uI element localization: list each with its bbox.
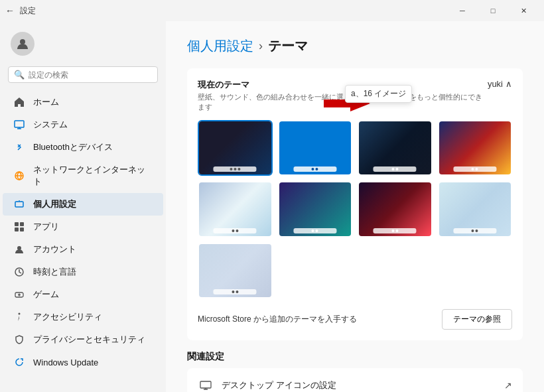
nav-label-network: ネットワークとインターネット xyxy=(33,164,153,188)
theme-item-1[interactable] xyxy=(198,120,273,176)
svg-rect-7 xyxy=(20,228,24,231)
titlebar-title: 設定 xyxy=(20,5,36,17)
theme-item-3[interactable] xyxy=(358,120,433,176)
store-text: Microsoft Store から追加のテーマを入手する xyxy=(198,314,357,325)
nav-label-accounts: アカウント xyxy=(33,243,76,255)
bluetooth-icon xyxy=(13,141,25,153)
time-icon xyxy=(13,266,25,278)
nav-label-gaming: ゲーム xyxy=(33,289,59,300)
theme-grid xyxy=(198,120,512,298)
nav-label-update: Windows Update xyxy=(33,358,98,367)
sidebar-item-accessibility[interactable]: アクセシビリティ xyxy=(3,306,163,328)
svg-rect-5 xyxy=(20,222,24,226)
page-title: 個人用設定 › テーマ xyxy=(187,37,523,55)
sidebar-item-gaming[interactable]: ゲーム xyxy=(3,283,163,306)
search-icon: 🔍 xyxy=(14,70,25,80)
nav-label-privacy: プライバシーとセキュリティ xyxy=(33,334,145,346)
theme-item-6[interactable] xyxy=(278,181,353,237)
nav-label-system: システム xyxy=(33,119,68,131)
browse-themes-button[interactable]: テーマの参照 xyxy=(442,309,512,330)
theme-item-8[interactable] xyxy=(438,181,513,237)
app-layout: 🔍 ホーム システム Bluetoothとデバイス ネットワークとイン xyxy=(0,21,544,392)
svg-point-11 xyxy=(19,313,21,315)
username-label: yuki xyxy=(488,79,503,89)
avatar-area xyxy=(0,27,166,66)
svg-rect-4 xyxy=(15,222,19,226)
theme-tooltip: a、16 イメージ xyxy=(345,85,412,103)
svg-rect-13 xyxy=(200,381,211,388)
theme-item-9[interactable] xyxy=(198,243,273,298)
nav-label-home: ホーム xyxy=(33,96,59,108)
related-title: 関連設定 xyxy=(187,351,523,363)
svg-rect-1 xyxy=(15,121,24,127)
svg-rect-3 xyxy=(15,202,23,207)
sidebar-item-network[interactable]: ネットワークとインターネット xyxy=(3,159,163,193)
privacy-icon xyxy=(13,334,25,346)
sidebar-item-bluetooth[interactable]: Bluetoothとデバイス xyxy=(3,136,163,159)
personalize-icon xyxy=(13,198,25,210)
sidebar-item-apps[interactable]: アプリ xyxy=(3,216,163,238)
theme-item-7[interactable] xyxy=(358,181,433,237)
store-row: Microsoft Store から追加のテーマを入手する テーマの参照 xyxy=(198,309,512,330)
update-icon xyxy=(13,356,25,368)
gaming-icon xyxy=(13,289,25,300)
username-toggle[interactable]: yuki ∧ xyxy=(488,79,512,89)
titlebar-controls: ─ □ ✕ xyxy=(447,0,539,21)
sidebar-item-accounts[interactable]: アカウント xyxy=(3,238,163,261)
desktop-icon-label: デスクトップ アイコンの設定 xyxy=(222,379,496,391)
back-icon[interactable]: ← xyxy=(5,5,15,16)
system-icon xyxy=(13,119,25,131)
theme-item-2[interactable] xyxy=(278,120,353,176)
nav-label-time: 時刻と言語 xyxy=(33,266,76,278)
home-icon xyxy=(13,96,25,108)
breadcrumb-sep: › xyxy=(259,39,263,53)
search-input[interactable] xyxy=(29,70,152,80)
breadcrumb-2: テーマ xyxy=(268,37,308,55)
network-icon xyxy=(13,170,25,182)
section-title: 現在のテーマ xyxy=(198,79,488,91)
sidebar-item-time[interactable]: 時刻と言語 xyxy=(3,261,163,283)
nav-label-personalize: 個人用設定 xyxy=(33,198,76,210)
titlebar: ← 設定 ─ □ ✕ xyxy=(0,0,544,21)
close-button[interactable]: ✕ xyxy=(508,0,539,21)
theme-item-5[interactable] xyxy=(198,181,273,237)
breadcrumb-1[interactable]: 個人用設定 xyxy=(187,37,253,55)
sidebar-item-system[interactable]: システム xyxy=(3,113,163,136)
desktop-icon xyxy=(198,377,214,392)
accounts-icon xyxy=(13,243,25,255)
titlebar-left: ← 設定 xyxy=(5,5,36,17)
main-content: 個人用設定 › テーマ 現在のテーマ 壁紙、サウンド、色の組み合わせを一緒に選ぶ… xyxy=(166,21,544,392)
search-box[interactable]: 🔍 xyxy=(8,66,158,83)
sidebar-item-update[interactable]: Windows Update xyxy=(3,351,163,373)
sidebar: 🔍 ホーム システム Bluetoothとデバイス ネットワークとイン xyxy=(0,21,166,392)
current-theme-section: 現在のテーマ 壁紙、サウンド、色の組み合わせを一緒に選ぶと、デスクトップをもっと… xyxy=(187,68,523,340)
nav-label-apps: アプリ xyxy=(33,221,59,233)
chevron-up-icon: ∧ xyxy=(506,79,512,89)
theme-item-4[interactable] xyxy=(438,120,513,176)
svg-rect-6 xyxy=(15,228,19,231)
minimize-button[interactable]: ─ xyxy=(447,0,478,21)
desktop-icon-label-block: デスクトップ アイコンの設定 xyxy=(222,379,496,391)
accessibility-icon xyxy=(13,311,25,323)
nav-label-bluetooth: Bluetoothとデバイス xyxy=(33,141,113,153)
apps-icon xyxy=(13,221,25,233)
avatar xyxy=(11,32,34,56)
maximize-button[interactable]: □ xyxy=(478,0,508,21)
related-settings: 関連設定 デスクトップ アイコンの設定 ↗ コントラスト テーマ 弱視、光過敏症… xyxy=(187,351,523,392)
svg-point-0 xyxy=(20,39,25,44)
sidebar-item-home[interactable]: ホーム xyxy=(3,91,163,113)
nav-label-accessibility: アクセシビリティ xyxy=(33,311,102,323)
sidebar-item-personalize[interactable]: 個人用設定 xyxy=(3,193,163,216)
desktop-icon-setting[interactable]: デスクトップ アイコンの設定 ↗ xyxy=(187,368,523,392)
sidebar-item-privacy[interactable]: プライバシーとセキュリティ xyxy=(3,328,163,351)
desktop-icon-action: ↗ xyxy=(504,380,512,391)
